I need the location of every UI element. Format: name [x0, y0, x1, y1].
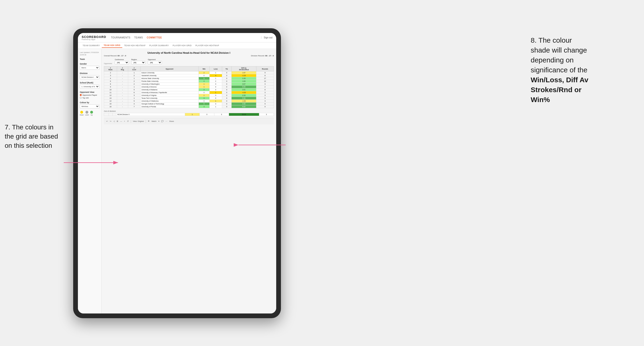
division-record: Division Record: 88 - 17 - 0 [251, 55, 274, 57]
cell-win: 0 [198, 91, 210, 94]
sign-out-link[interactable]: Sign out [261, 36, 272, 39]
table-row: 11 - 6 University of Arkansas, Fayettevi… [104, 91, 274, 94]
cell-rounds: 3 [256, 100, 274, 103]
radio-opponents-played[interactable]: Opponents Played [80, 94, 100, 96]
table-row: 14 - 5 University of Oklahoma 0 1 0 -1.0… [104, 100, 274, 103]
cell-opponent: University of Oklahoma [140, 100, 198, 103]
cell-reg: - [117, 100, 128, 103]
tab-team-h2h-heatmap[interactable]: TEAM H2H HEATMAP [122, 43, 148, 48]
tab-player-h2h-grid[interactable]: PLAYER H2H GRID [171, 43, 193, 48]
gender-select[interactable]: Men's [80, 66, 100, 70]
logo-sub: Powered by clippd [82, 39, 106, 40]
cell-tie: 0 [222, 94, 231, 97]
redo-icon[interactable]: ↪ [110, 120, 112, 122]
minus-icon[interactable]: — [120, 120, 122, 122]
cell-reg: - [117, 71, 128, 74]
cell-rounds: 12 [256, 80, 274, 83]
cell-conf: 5 [128, 88, 140, 91]
cell-rank: 8 [104, 83, 117, 86]
view-original-btn[interactable]: View: Original [133, 120, 144, 122]
colour-by-label: Colour by [80, 101, 100, 104]
out-of-division-row: NCAA Division II 1 0 0 26.00 3 [104, 113, 274, 116]
tablet-frame: SCOREBOARD Powered by clippd TOURNAMENTS… [73, 28, 281, 318]
plus-icon[interactable]: + [124, 120, 125, 122]
tab-player-h2h-heatmap[interactable]: PLAYER H2H HEATMAP [194, 43, 221, 48]
cell-reg: - [117, 74, 128, 77]
nav-committee[interactable]: COMMITTEE [146, 36, 162, 39]
out-of-division-table: NCAA Division II 1 0 0 26.00 3 [104, 113, 274, 116]
out-division-rounds: 3 [259, 113, 274, 116]
colour-by-select[interactable]: Win/loss [80, 104, 100, 108]
filter-conference: Conference (All) [115, 59, 129, 64]
out-of-division-label: Out of division [104, 110, 274, 112]
cell-rounds: 2 [256, 86, 274, 88]
grid-title: University of North Carolina Head-to-Hea… [104, 51, 274, 54]
conference-filter-select[interactable]: (All) [115, 61, 129, 64]
clock-icon[interactable]: ⏱ [127, 120, 129, 122]
cell-rounds: 9 [256, 103, 274, 105]
cell-loss: 4 [210, 74, 222, 77]
cell-rounds: 8 [256, 74, 274, 77]
filter-region: Region (All) [131, 59, 146, 64]
watch-btn[interactable]: Watch [152, 120, 156, 122]
cell-rank: 13 [104, 97, 117, 100]
cell-win: 3 [198, 97, 210, 100]
undo-icon[interactable]: ↩ [106, 120, 108, 122]
cell-rank: 12 [104, 94, 117, 97]
cell-win: 2 [198, 71, 210, 74]
division-select[interactable]: NCAA Division I [80, 75, 100, 79]
back-icon[interactable]: ◁ [113, 120, 115, 122]
tab-team-h2h-grid[interactable]: TEAM H2H GRID [102, 43, 122, 48]
share-btn[interactable]: Share [169, 120, 174, 122]
tablet-screen: SCOREBOARD Powered by clippd TOURNAMENTS… [78, 33, 276, 314]
tab-player-summary[interactable]: PLAYER SUMMARY [147, 43, 171, 48]
tab-team-summary[interactable]: TEAM SUMMARY [81, 43, 102, 48]
logo-text: SCOREBOARD [82, 35, 106, 39]
cell-reg: - [117, 86, 128, 88]
cell-rank: 3 [104, 74, 117, 77]
sidebar-gender-section: Gender Men's [80, 63, 100, 70]
cell-tie: 0 [222, 86, 231, 88]
cell-diff: 2.33 [231, 94, 256, 97]
cell-rank: 15 [104, 103, 117, 105]
sidebar-colour-section: Colour by Win/loss [80, 101, 100, 108]
cell-rounds: 3 [256, 83, 274, 86]
sub-nav: TEAM SUMMARY TEAM H2H GRID TEAM H2H HEAT… [78, 42, 276, 49]
table-row: 12 - 3 University of Virginia 1 0 0 2.33… [104, 94, 274, 97]
legend-dot-down [80, 111, 83, 114]
cell-rounds: 9 [256, 97, 274, 100]
cell-loss: 0 [210, 94, 222, 97]
cell-diff: 6.62 [231, 105, 256, 108]
more-icon[interactable]: ⋯ [166, 120, 167, 122]
col-opponent: Opponent [140, 66, 198, 71]
opponent-filter-select[interactable]: (All) [148, 61, 162, 64]
comment-icon[interactable]: 💬 [161, 120, 164, 122]
cell-rounds: 3 [256, 94, 274, 97]
cell-conf: 1 [128, 77, 140, 80]
nav-tournaments[interactable]: TOURNAMENTS [111, 36, 130, 39]
region-filter-select[interactable]: (All) [131, 61, 146, 64]
cell-rank: 14 [104, 100, 117, 103]
cell-loss: 0 [210, 103, 222, 105]
opponent-view-radio-group: Opponents Played Top 100 [80, 94, 100, 99]
cell-tie: 0 [222, 71, 231, 74]
table-row: 3 - 2 Vanderbilt University 0 4 0 -2.29 … [104, 74, 274, 77]
nav-teams[interactable]: TEAMS [134, 36, 143, 39]
team-label: Team [80, 58, 100, 60]
dropdown-icon[interactable]: ▾ [158, 120, 159, 122]
school-select[interactable]: 1. University of Nort... [80, 85, 100, 89]
table-row: 6 - 2 Florida State University 4 2 0 1.8… [104, 80, 274, 83]
cell-rounds: 17 [256, 77, 274, 80]
radio-top100[interactable]: Top 100 [80, 97, 100, 99]
cell-rank: 11 [104, 91, 117, 94]
table-row: 15 - 4 Georgia Institute of Technology 5… [104, 103, 274, 105]
out-division-diff: 26.00 [229, 113, 259, 116]
copy-icon[interactable]: ⊞ [116, 120, 118, 122]
table-row: 16 - 7 University of Florida 3 1 0 6.62 … [104, 105, 274, 108]
filter-opponent: Opponent (All) [148, 59, 162, 64]
cell-loss: 2 [210, 80, 222, 83]
overall-record: Overall Record: 89 - 17 - 0 [104, 55, 126, 57]
cell-rank: 10 [104, 88, 117, 91]
cell-win: 3 [198, 88, 210, 91]
cell-conf: 2 [128, 83, 140, 86]
